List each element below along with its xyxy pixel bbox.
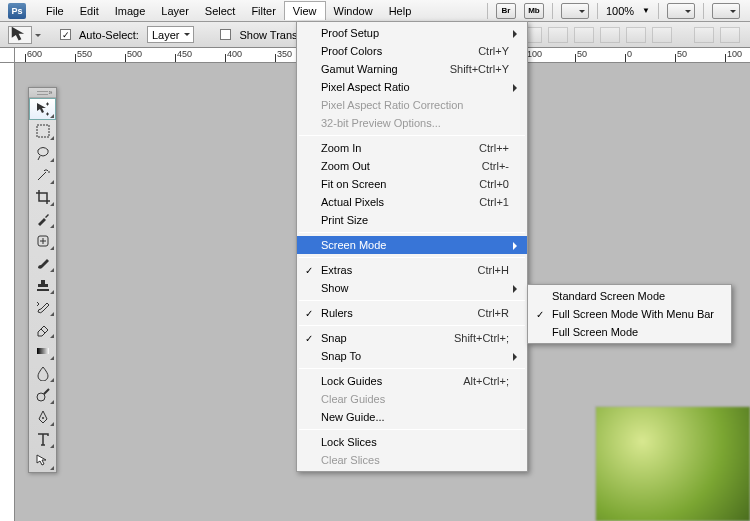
align-icon[interactable]: [626, 27, 646, 43]
submenu-arrow-icon: [513, 30, 521, 38]
menu-bar: Ps File Edit Image Layer Select Filter V…: [0, 0, 750, 22]
menu-item-new-guide[interactable]: New Guide...: [297, 408, 527, 426]
separator: [487, 3, 488, 19]
menu-item-full-screen-mode-with-menu-bar[interactable]: ✓Full Screen Mode With Menu Bar: [528, 305, 731, 323]
menu-item-lock-guides[interactable]: Lock GuidesAlt+Ctrl+;: [297, 372, 527, 390]
blur-tool[interactable]: [29, 362, 56, 384]
menu-edit[interactable]: Edit: [72, 2, 107, 20]
align-icon[interactable]: [652, 27, 672, 43]
menu-help[interactable]: Help: [381, 2, 420, 20]
panel-grip[interactable]: »: [29, 88, 56, 98]
menu-item-label: Snap: [321, 332, 347, 344]
menu-filter[interactable]: Filter: [243, 2, 283, 20]
distribute-icon[interactable]: [720, 27, 740, 43]
menu-shortcut: Ctrl+0: [449, 178, 509, 190]
menu-item-label: Pixel Aspect Ratio Correction: [321, 99, 463, 111]
ruler-origin[interactable]: [0, 48, 15, 62]
auto-select-dropdown[interactable]: Layer: [147, 26, 195, 43]
menu-item-standard-screen-mode[interactable]: Standard Screen Mode: [528, 287, 731, 305]
menu-item-rulers[interactable]: ✓RulersCtrl+R: [297, 304, 527, 322]
auto-select-checkbox[interactable]: ✓: [60, 29, 71, 40]
menu-item-screen-mode[interactable]: Screen Mode: [297, 236, 527, 254]
vertical-ruler[interactable]: [0, 63, 15, 521]
app-icon: Ps: [8, 3, 26, 19]
menu-item-proof-setup[interactable]: Proof Setup: [297, 24, 527, 42]
document-canvas[interactable]: [595, 406, 750, 521]
collapse-icon[interactable]: »: [47, 89, 54, 96]
menu-separator: [299, 429, 525, 430]
type-tool[interactable]: [29, 428, 56, 450]
menu-shortcut: Shift+Ctrl+;: [424, 332, 509, 344]
menu-item-32-bit-preview-options: 32-bit Preview Options...: [297, 114, 527, 132]
ruler-label: 550: [77, 49, 92, 59]
menu-item-label: Print Size: [321, 214, 368, 226]
menu-item-zoom-in[interactable]: Zoom InCtrl++: [297, 139, 527, 157]
menu-separator: [299, 257, 525, 258]
minibridge-icon[interactable]: Mb: [524, 3, 544, 19]
menu-item-gamut-warning[interactable]: Gamut WarningShift+Ctrl+Y: [297, 60, 527, 78]
menu-shortcut: Ctrl+1: [449, 196, 509, 208]
lasso-tool[interactable]: [29, 142, 56, 164]
separator: [597, 3, 598, 19]
menu-view[interactable]: View: [284, 1, 326, 20]
menu-item-proof-colors[interactable]: Proof ColorsCtrl+Y: [297, 42, 527, 60]
align-icon[interactable]: [600, 27, 620, 43]
menu-item-snap[interactable]: ✓SnapShift+Ctrl+;: [297, 329, 527, 347]
menu-item-show[interactable]: Show: [297, 279, 527, 297]
menu-window[interactable]: Window: [326, 2, 381, 20]
crop-tool[interactable]: [29, 186, 56, 208]
menu-shortcut: Ctrl+Y: [448, 45, 509, 57]
healing-tool[interactable]: [29, 230, 56, 252]
menu-item-label: Standard Screen Mode: [552, 290, 665, 302]
eyedropper-tool[interactable]: [29, 208, 56, 230]
show-transform-checkbox[interactable]: [220, 29, 231, 40]
gradient-tool[interactable]: [29, 340, 56, 362]
menu-separator: [299, 368, 525, 369]
submenu-arrow-icon: [513, 353, 521, 361]
menu-separator: [299, 300, 525, 301]
zoom-value[interactable]: 100%: [606, 5, 634, 17]
move-tool[interactable]: [29, 98, 56, 120]
history-brush-tool[interactable]: [29, 296, 56, 318]
pen-tool[interactable]: [29, 406, 56, 428]
menu-item-label: Lock Guides: [321, 375, 382, 387]
menu-item-pixel-aspect-ratio[interactable]: Pixel Aspect Ratio: [297, 78, 527, 96]
eraser-tool[interactable]: [29, 318, 56, 340]
distribute-icon[interactable]: [694, 27, 714, 43]
move-icon: [9, 24, 31, 46]
extras-dropdown-icon[interactable]: [561, 3, 589, 19]
dodge-tool[interactable]: [29, 384, 56, 406]
tool-preset-picker[interactable]: [8, 26, 32, 44]
menu-item-actual-pixels[interactable]: Actual PixelsCtrl+1: [297, 193, 527, 211]
menu-item-snap-to[interactable]: Snap To: [297, 347, 527, 365]
menu-item-lock-slices[interactable]: Lock Slices: [297, 433, 527, 451]
screenmode-dropdown-icon[interactable]: [712, 3, 740, 19]
screen-mode-submenu: Standard Screen Mode✓Full Screen Mode Wi…: [527, 284, 732, 344]
arrange-dropdown-icon[interactable]: [667, 3, 695, 19]
path-tool[interactable]: [29, 450, 56, 472]
menu-item-full-screen-mode[interactable]: Full Screen Mode: [528, 323, 731, 341]
check-icon: ✓: [536, 309, 544, 320]
menu-item-print-size[interactable]: Print Size: [297, 211, 527, 229]
menu-image[interactable]: Image: [107, 2, 154, 20]
align-icon[interactable]: [548, 27, 568, 43]
menu-item-fit-on-screen[interactable]: Fit on ScreenCtrl+0: [297, 175, 527, 193]
menu-item-label: Clear Slices: [321, 454, 380, 466]
menu-item-label: Zoom In: [321, 142, 361, 154]
menu-item-extras[interactable]: ✓ExtrasCtrl+H: [297, 261, 527, 279]
wand-tool[interactable]: [29, 164, 56, 186]
menu-item-label: 32-bit Preview Options...: [321, 117, 441, 129]
bridge-icon[interactable]: Br: [496, 3, 516, 19]
menu-select[interactable]: Select: [197, 2, 244, 20]
ruler-label: 350: [277, 49, 292, 59]
marquee-tool[interactable]: [29, 120, 56, 142]
ruler-label: 50: [677, 49, 687, 59]
menu-item-label: Zoom Out: [321, 160, 370, 172]
menu-layer[interactable]: Layer: [153, 2, 197, 20]
align-icon[interactable]: [574, 27, 594, 43]
brush-tool[interactable]: [29, 252, 56, 274]
menu-shortcut: Ctrl+-: [452, 160, 509, 172]
menu-file[interactable]: File: [38, 2, 72, 20]
stamp-tool[interactable]: [29, 274, 56, 296]
menu-item-zoom-out[interactable]: Zoom OutCtrl+-: [297, 157, 527, 175]
